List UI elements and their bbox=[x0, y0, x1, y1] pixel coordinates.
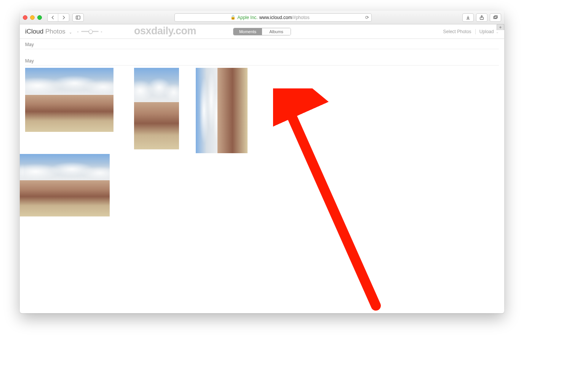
address-domain: www.icloud.com bbox=[259, 15, 292, 20]
zoom-track[interactable] bbox=[81, 31, 99, 32]
toolbar-right bbox=[462, 13, 501, 22]
header-actions: Select Photos Upload ⌄ bbox=[443, 29, 499, 34]
select-photos-button[interactable]: Select Photos bbox=[443, 29, 471, 34]
safari-window: 🔒 Apple Inc. www.icloud.com /#photos ⟳ +… bbox=[20, 11, 504, 313]
moment-row bbox=[25, 68, 499, 153]
nav-back-forward bbox=[47, 13, 69, 22]
tabs-overview-button[interactable] bbox=[490, 14, 501, 21]
svg-rect-0 bbox=[76, 16, 80, 19]
reload-button[interactable]: ⟳ bbox=[365, 15, 369, 20]
sidebar-toggle-button[interactable] bbox=[73, 14, 83, 21]
svg-rect-2 bbox=[494, 16, 497, 18]
brand-sub: Photos bbox=[45, 28, 66, 35]
icloud-photos-header: iCloud Photos ⌄ ▫ ▫ osxdaily.com Moments… bbox=[20, 24, 504, 39]
thumbnail-zoom-slider[interactable]: ▫ ▫ bbox=[77, 29, 102, 34]
app-brand[interactable]: iCloud Photos ⌄ bbox=[25, 28, 72, 35]
divider bbox=[475, 29, 476, 34]
photo-thumbnail[interactable] bbox=[24, 154, 110, 216]
divider bbox=[25, 49, 499, 49]
moment-heading: May bbox=[25, 40, 499, 48]
photo-thumbnail[interactable] bbox=[134, 68, 179, 149]
zoom-thumb[interactable] bbox=[88, 29, 93, 34]
photo-grid: May May bbox=[20, 39, 504, 313]
address-bar[interactable]: 🔒 Apple Inc. www.icloud.com /#photos ⟳ bbox=[174, 13, 372, 22]
zoom-large-icon: ▫ bbox=[101, 29, 102, 34]
upload-button[interactable]: Upload ⌄ bbox=[479, 29, 499, 34]
photo-thumbnail[interactable] bbox=[196, 68, 248, 153]
svg-rect-3 bbox=[494, 16, 497, 18]
photo-thumbnail[interactable] bbox=[25, 68, 113, 132]
watermark-text: osxdaily.com bbox=[134, 25, 196, 37]
lock-icon: 🔒 bbox=[230, 15, 236, 20]
moment-heading: May bbox=[25, 57, 499, 64]
view-segmented-control: Moments Albums bbox=[233, 28, 291, 35]
window-controls bbox=[23, 15, 42, 20]
brand-main: iCloud bbox=[25, 28, 43, 35]
chevron-down-icon: ⌄ bbox=[69, 30, 72, 34]
zoom-window-button[interactable] bbox=[37, 15, 42, 20]
close-window-button[interactable] bbox=[23, 15, 27, 20]
chevron-down-icon: ⌄ bbox=[496, 30, 499, 34]
divider bbox=[25, 65, 499, 66]
share-button[interactable] bbox=[476, 14, 487, 21]
tab-moments[interactable]: Moments bbox=[233, 28, 262, 35]
forward-button[interactable] bbox=[58, 14, 69, 21]
browser-toolbar: 🔒 Apple Inc. www.icloud.com /#photos ⟳ + bbox=[20, 11, 504, 24]
upload-label: Upload bbox=[479, 29, 494, 34]
sidebar-toggle-group bbox=[72, 13, 84, 22]
downloads-button[interactable] bbox=[463, 14, 473, 21]
address-company: Apple Inc. bbox=[237, 15, 257, 20]
back-button[interactable] bbox=[48, 14, 58, 21]
minimize-window-button[interactable] bbox=[30, 15, 35, 20]
address-bar-container: 🔒 Apple Inc. www.icloud.com /#photos ⟳ bbox=[87, 13, 459, 22]
tab-albums[interactable]: Albums bbox=[262, 28, 291, 35]
zoom-small-icon: ▫ bbox=[77, 29, 79, 34]
address-path: /#photos bbox=[292, 15, 310, 20]
